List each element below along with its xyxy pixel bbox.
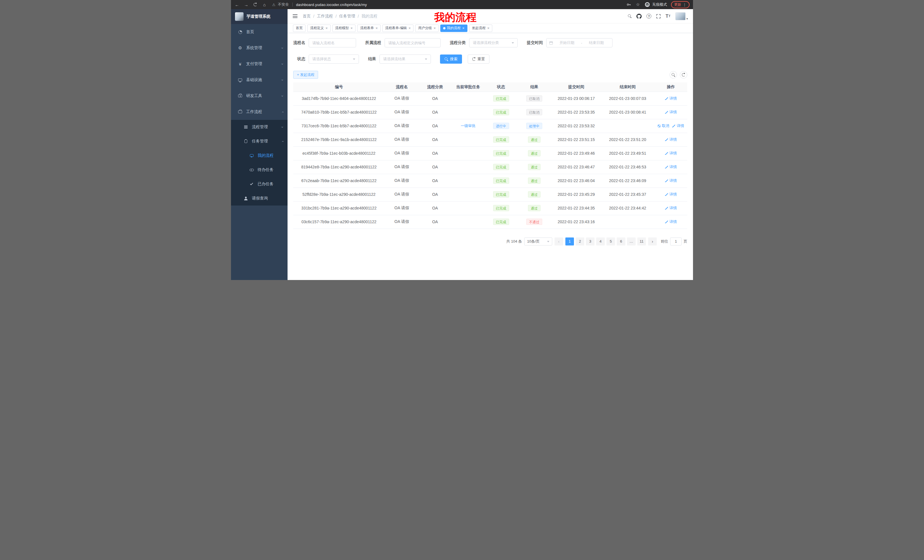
search-button[interactable]: 搜索 [440,54,462,64]
help-icon[interactable]: ? [646,14,651,18]
forward-icon[interactable]: → [244,2,249,7]
next-page-button[interactable]: › [648,238,657,246]
process-name-input[interactable] [309,38,356,47]
sidebar-item-todo-tasks[interactable]: 待办任务 [231,163,288,177]
tab-active[interactable]: 我的流程× [440,24,467,32]
cell-process-name: OA 请假 [385,147,419,160]
page-button[interactable]: 4 [596,238,605,246]
key-icon[interactable] [626,2,632,7]
sidebar-item-task-management[interactable]: 任务管理 › [231,134,288,148]
sidebar-item-workflow[interactable]: 工作流程 › [231,104,288,120]
font-size-icon[interactable]: TT [666,14,670,19]
page-size-select[interactable]: 10条/页 [524,238,552,246]
sidebar-item-devtools[interactable]: 研发工具 › [231,88,288,104]
cell-category: OA [419,119,451,133]
sidebar-toggle-icon[interactable] [292,14,297,18]
close-icon[interactable]: × [462,26,465,30]
detail-button[interactable]: 详情 [665,96,677,101]
process-definition-input[interactable] [385,38,441,47]
bookmark-star-icon[interactable]: ☆ [635,2,640,7]
update-button[interactable]: 更新 ⋮ [671,1,690,8]
sidebar-item-system[interactable]: ⚙ 系统管理 › [231,40,288,56]
detail-button[interactable]: 详情 [665,178,677,183]
start-process-button[interactable]: + 发起流程 [293,71,318,79]
back-icon[interactable]: ← [234,2,240,7]
home-icon[interactable]: ⌂ [262,2,267,7]
screen: ← → ⌂ ⚠ 不安全 dashboard.yudao.iocoder.cn/b… [231,0,693,280]
sidebar-item-infrastructure[interactable]: 基础设施 › [231,72,288,88]
tab-item[interactable]: 首页 [293,24,306,32]
category-select[interactable]: 请选择流程分类 [469,38,518,47]
page-button[interactable]: 11 [638,238,646,246]
cell-id: 2152467e-7b9b-11ec-9a1b-acde48001122 [293,133,385,147]
close-icon[interactable]: × [351,26,353,30]
cell-result: 处理中 [517,119,552,133]
user-avatar[interactable]: ▾ [675,12,688,20]
status-select[interactable]: 请选择状态 [309,54,359,64]
detail-button[interactable]: 详情 [672,123,684,129]
breadcrumb-item[interactable]: 首页 [303,14,310,19]
sidebar-item-home[interactable]: 首页 [231,24,288,40]
filter-status: 状态 请选择状态 [293,54,359,64]
tab-item[interactable]: 流程定义× [307,24,331,32]
cancel-button[interactable]: 取消 [658,123,669,129]
sidebar: 芋道管理系统 首页 ⚙ 系统管理 › ¥ 支付管理 › [231,9,288,280]
breadcrumb-item[interactable]: 工作流程 [317,14,333,19]
prev-page-button[interactable]: ‹ [555,238,563,246]
status-tag: 通过 [528,136,540,143]
detail-button[interactable]: 详情 [665,205,677,211]
detail-button[interactable]: 详情 [665,219,677,225]
cell-process-name: OA 请假 [385,201,419,215]
address-bar[interactable]: ⚠ 不安全 dashboard.yudao.iocoder.cn/bpm/tas… [272,2,367,7]
cell-submit-time: 2022-01-22 23:45:29 [552,187,601,201]
tab-item[interactable]: 用户分组× [415,24,439,32]
sidebar-item-my-process[interactable]: 我的流程 [231,148,288,163]
sidebar-item-leave-query[interactable]: 请假查询 [231,191,288,205]
tab-item[interactable]: 流程表单-编辑× [382,24,414,32]
browser-chrome: ← → ⌂ ⚠ 不安全 dashboard.yudao.iocoder.cn/b… [231,0,693,9]
tab-item[interactable]: 发起流程× [469,24,492,32]
detail-button[interactable]: 详情 [665,109,677,115]
page-button[interactable]: 5 [606,238,615,246]
sidebar-item-payment[interactable]: ¥ 支付管理 › [231,56,288,72]
reset-button[interactable]: 重置 [468,54,489,64]
main-area: 首页 / 工作流程 / 任务管理 / 我的流程 ? [288,9,693,280]
current-task-link[interactable]: 一级审批 [461,124,476,128]
sidebar-item-done-tasks[interactable]: 已办任务 [231,177,288,191]
filter-process-definition: 所属流程 [365,38,441,47]
edit-icon [665,165,669,169]
close-icon[interactable]: × [326,26,328,30]
page-list: 123456…11 [566,238,646,246]
fullscreen-icon[interactable] [656,14,661,18]
breadcrumb-item[interactable]: 任务管理 [339,14,355,19]
sidebar-item-label: 流程管理 [252,124,268,130]
detail-button[interactable]: 详情 [665,165,677,169]
date-range-picker[interactable]: 开始日期 - 结束日期 [546,38,612,47]
detail-button[interactable]: 详情 [665,137,677,142]
page-button[interactable]: 3 [586,238,594,246]
close-icon[interactable]: × [409,26,411,30]
github-icon[interactable] [636,14,642,19]
cell-current-task [451,147,485,160]
close-icon[interactable]: × [434,26,436,30]
reload-icon[interactable] [253,3,258,6]
cell-current-task [451,91,485,105]
refresh-table-icon[interactable] [680,71,687,78]
sidebar-item-process-management[interactable]: 流程管理 › [231,120,288,134]
close-icon[interactable]: × [375,26,378,30]
page-button[interactable]: 6 [617,238,626,246]
detail-button[interactable]: 详情 [665,151,677,156]
goto-page-input[interactable] [670,238,682,246]
page-button[interactable]: 1 [566,238,574,246]
page-button[interactable]: 2 [576,238,584,246]
search-icon[interactable] [628,14,632,18]
status-tag: 进行中 [493,123,509,129]
tab-item[interactable]: 流程模型× [332,24,356,32]
close-icon[interactable]: × [488,26,490,30]
browser-menu-icon[interactable]: ⋮ [683,3,686,7]
page-ellipsis[interactable]: … [627,238,636,246]
detail-button[interactable]: 详情 [665,192,677,197]
result-select[interactable]: 请选择流结果 [380,54,431,64]
toggle-search-icon[interactable] [670,71,677,78]
tab-item[interactable]: 流程表单× [357,24,381,32]
